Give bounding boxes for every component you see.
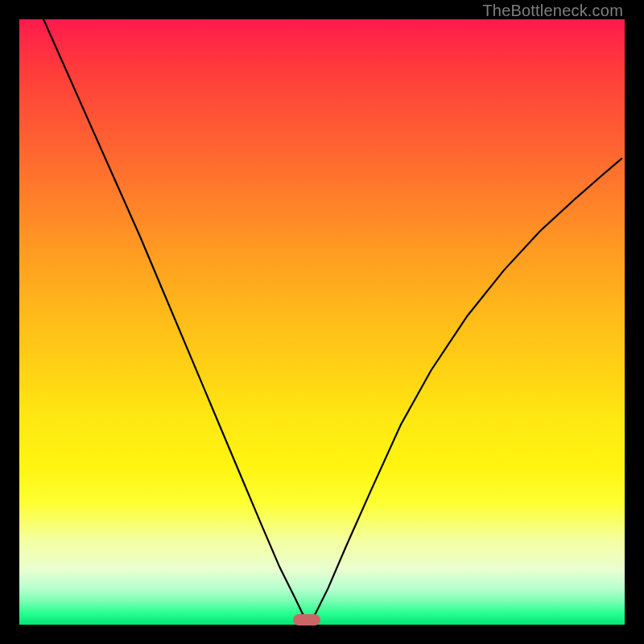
- curve-right: [310, 159, 621, 623]
- watermark-text: TheBottleneck.com: [482, 2, 623, 20]
- bottleneck-marker: [293, 614, 320, 625]
- curve-left: [43, 19, 307, 623]
- curve-svg: [19, 19, 625, 625]
- chart-stage: TheBottleneck.com: [0, 0, 644, 644]
- plot-area: [19, 19, 625, 625]
